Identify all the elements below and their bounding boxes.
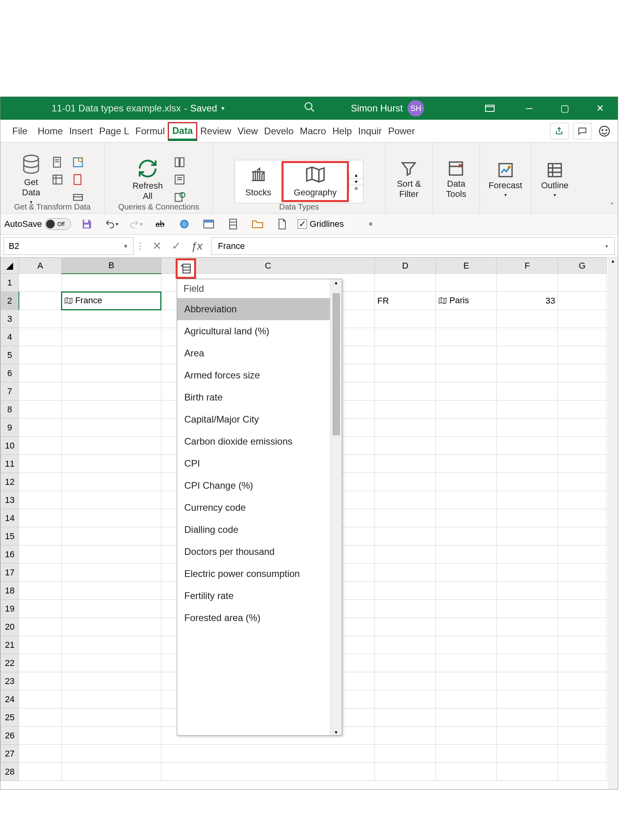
cell[interactable]	[61, 364, 161, 382]
undo-icon[interactable]: ▾	[102, 216, 120, 232]
cell[interactable]	[558, 292, 606, 310]
cell[interactable]	[61, 545, 161, 564]
field-option[interactable]: Currency code	[177, 497, 330, 519]
cell[interactable]	[375, 564, 436, 582]
row-header[interactable]: 21	[1, 636, 19, 654]
row-header[interactable]: 19	[1, 600, 19, 618]
cell[interactable]	[558, 527, 606, 545]
name-box[interactable]: B2 ▼	[4, 237, 133, 255]
field-option[interactable]: Abbreviation	[177, 298, 330, 320]
cell[interactable]	[375, 382, 436, 401]
scroll-up-icon[interactable]: ▴	[335, 279, 337, 286]
cell[interactable]	[497, 636, 558, 654]
row-header[interactable]: 16	[1, 545, 19, 564]
cell[interactable]	[61, 672, 161, 690]
cell[interactable]	[375, 310, 436, 328]
row-header[interactable]: 23	[1, 672, 19, 690]
share-button[interactable]	[550, 123, 569, 139]
cell[interactable]	[375, 491, 436, 509]
cell[interactable]	[61, 636, 161, 654]
new-file-icon[interactable]	[273, 216, 291, 232]
cell[interactable]	[19, 582, 61, 600]
cell[interactable]	[19, 310, 61, 328]
tab-developer[interactable]: Develo	[261, 120, 297, 142]
cell[interactable]	[375, 274, 436, 292]
cell[interactable]	[19, 364, 61, 382]
cell[interactable]	[61, 600, 161, 618]
outline-button[interactable]: Outline ▾	[536, 159, 574, 200]
cell[interactable]	[375, 727, 436, 745]
get-data-button[interactable]: Get Data ▾	[16, 152, 46, 207]
user-account[interactable]: Simon Hurst SH	[351, 100, 424, 117]
row-header[interactable]: 24	[1, 690, 19, 708]
cell[interactable]	[436, 527, 497, 545]
cell[interactable]	[558, 564, 606, 582]
cell[interactable]	[497, 527, 558, 545]
from-web-icon[interactable]	[69, 155, 87, 170]
cell[interactable]	[19, 618, 61, 636]
tab-inquire[interactable]: Inquir	[355, 120, 385, 142]
cell[interactable]	[19, 346, 61, 364]
cell[interactable]	[19, 509, 61, 527]
sort-filter-button[interactable]: Sort & Filter	[391, 158, 426, 202]
cell[interactable]	[558, 636, 606, 654]
scroll-down-icon[interactable]: ▾	[349, 178, 363, 185]
expand-formula-icon[interactable]: ▾	[605, 243, 608, 249]
cell[interactable]	[61, 690, 161, 708]
cell[interactable]	[19, 636, 61, 654]
field-option[interactable]: CPI	[177, 452, 330, 475]
cell[interactable]	[61, 582, 161, 600]
from-text-csv-icon[interactable]	[49, 155, 66, 170]
cell[interactable]	[19, 292, 61, 310]
cell[interactable]	[19, 672, 61, 690]
cell[interactable]	[497, 437, 558, 455]
cell[interactable]	[558, 491, 606, 509]
cell[interactable]	[497, 328, 558, 346]
properties-icon[interactable]	[171, 172, 188, 187]
cell[interactable]	[436, 382, 497, 401]
queries-connections-icon[interactable]	[171, 155, 188, 170]
cell[interactable]	[497, 618, 558, 636]
cell[interactable]	[61, 491, 161, 509]
cell[interactable]	[497, 600, 558, 618]
cell[interactable]: Paris	[436, 292, 497, 310]
cell[interactable]	[19, 763, 61, 781]
cell[interactable]	[375, 328, 436, 346]
tab-data[interactable]: Data	[168, 122, 197, 141]
tab-page-layout[interactable]: Page L	[96, 120, 132, 142]
cell[interactable]: France	[61, 292, 161, 310]
cell[interactable]	[497, 310, 558, 328]
cell[interactable]	[558, 545, 606, 564]
search-icon[interactable]	[304, 101, 315, 116]
comments-button[interactable]	[573, 123, 592, 139]
cell[interactable]	[436, 745, 497, 763]
cell[interactable]	[558, 419, 606, 437]
cell[interactable]	[375, 636, 436, 654]
cell[interactable]	[558, 473, 606, 491]
cell[interactable]	[436, 763, 497, 781]
field-option[interactable]: CPI Change (%)	[177, 475, 330, 497]
cell[interactable]	[436, 654, 497, 672]
row-header[interactable]: 17	[1, 564, 19, 582]
cell[interactable]	[497, 455, 558, 473]
cell[interactable]	[497, 763, 558, 781]
field-option[interactable]: Fertility rate	[177, 585, 330, 607]
cell[interactable]	[19, 382, 61, 401]
row-header[interactable]: 20	[1, 618, 19, 636]
cell[interactable]	[61, 509, 161, 527]
cell[interactable]	[558, 509, 606, 527]
freeze-panes-icon[interactable]	[200, 216, 217, 232]
cell[interactable]	[436, 564, 497, 582]
save-icon[interactable]	[78, 216, 95, 232]
stocks-datatype[interactable]: Stocks	[235, 163, 282, 200]
cell[interactable]	[436, 491, 497, 509]
scroll-up-icon[interactable]: ▴	[349, 172, 363, 178]
cell[interactable]	[375, 708, 436, 727]
dropdown-scrollbar[interactable]: ▴ ▾	[330, 279, 342, 735]
cell[interactable]	[61, 654, 161, 672]
field-option[interactable]: Agricultural land (%)	[177, 320, 330, 342]
field-option[interactable]: Carbon dioxide emissions	[177, 430, 330, 452]
minimize-icon[interactable]: ─	[511, 97, 547, 120]
cell[interactable]	[375, 600, 436, 618]
cell[interactable]	[19, 274, 61, 292]
